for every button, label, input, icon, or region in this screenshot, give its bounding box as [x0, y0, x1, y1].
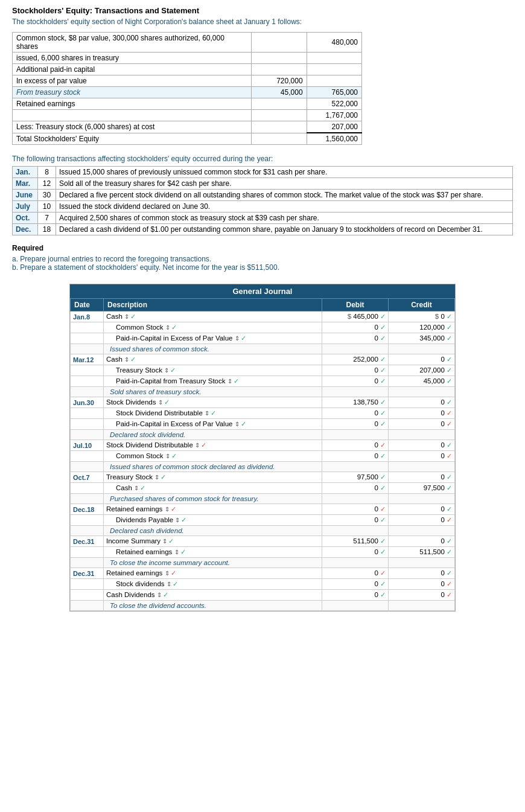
sort-icon[interactable]: ⇕	[165, 324, 170, 331]
credit-check-red[interactable]: ✓	[447, 409, 452, 417]
debit-check-green[interactable]: ✓	[380, 591, 386, 598]
debit-check-green[interactable]: ✓	[380, 398, 386, 406]
journal-credit: 0 ✓	[389, 536, 455, 547]
transactions-intro: The following transactions affecting sto…	[12, 155, 513, 163]
sort-icon[interactable]: ⇕	[124, 356, 129, 363]
sort-icon[interactable]: ⇕	[162, 538, 167, 545]
check-green-icon[interactable]: ✓	[181, 516, 186, 524]
sort-icon[interactable]: ⇕	[165, 506, 170, 513]
debit-check-green[interactable]: ✓	[380, 377, 386, 385]
journal-credit: 0 ✓	[389, 590, 455, 601]
debit-check-green[interactable]: ✓	[380, 313, 386, 320]
debit-check-green[interactable]: ✓	[380, 516, 386, 523]
journal-credit: 0 ✓	[389, 354, 455, 365]
check-green-icon[interactable]: ✓	[234, 377, 239, 385]
credit-check-green[interactable]: ✓	[447, 356, 452, 363]
sort-icon[interactable]: ⇕	[165, 453, 170, 459]
check-green-icon[interactable]: ✓	[171, 324, 177, 331]
journal-desc: Declared stock dividend.	[104, 430, 322, 440]
debit-check-green[interactable]: ✓	[380, 356, 386, 363]
sort-icon[interactable]: ⇕	[228, 378, 232, 385]
journal-date	[71, 376, 104, 387]
debit-check-green[interactable]: ✓	[380, 366, 386, 374]
sort-icon[interactable]: ⇕	[158, 399, 163, 406]
credit-check-green[interactable]: ✓	[447, 366, 452, 374]
sort-icon[interactable]: ⇕	[175, 517, 180, 523]
sort-icon[interactable]: ⇕	[154, 474, 159, 481]
credit-check-green[interactable]: ✓	[447, 334, 452, 342]
check-green-icon[interactable]: ✓	[130, 313, 136, 321]
check-green-icon[interactable]: ✓	[241, 334, 246, 342]
check-red-icon[interactable]: ✓	[171, 569, 176, 577]
check-green-icon[interactable]: ✓	[211, 409, 216, 417]
bs-label	[13, 110, 252, 121]
credit-check-green[interactable]: ✓	[447, 324, 452, 331]
journal-debit: 0 ✓	[322, 590, 389, 601]
journal-desc: Income Summary ⇕✓	[104, 536, 322, 547]
journal-date: Dec.31	[71, 536, 104, 547]
credit-check-green[interactable]: ✓	[447, 377, 452, 385]
sort-icon[interactable]: ⇕	[164, 367, 169, 374]
credit-check-green[interactable]: ✓	[447, 484, 452, 491]
bs-col1: 720,000	[252, 75, 307, 87]
check-green-icon[interactable]: ✓	[161, 473, 166, 481]
debit-check-green[interactable]: ✓	[380, 409, 386, 417]
check-red-icon[interactable]: ✓	[201, 441, 206, 449]
credit-check-green[interactable]: ✓	[447, 398, 452, 406]
sort-icon[interactable]: ⇕	[157, 592, 162, 598]
sort-icon[interactable]: ⇕	[167, 581, 171, 587]
credit-check-red[interactable]: ✓	[447, 591, 452, 598]
debit-check-green[interactable]: ✓	[380, 537, 386, 545]
check-green-icon[interactable]: ✓	[164, 398, 170, 406]
debit-check-red[interactable]: ✓	[380, 505, 386, 513]
sort-icon[interactable]: ⇕	[165, 570, 170, 577]
check-green-icon[interactable]: ✓	[180, 548, 186, 556]
check-green-icon[interactable]: ✓	[241, 420, 246, 428]
sort-icon[interactable]: ⇕	[134, 485, 139, 491]
credit-check-red[interactable]: ✓	[447, 452, 452, 459]
journal-debit-empty	[322, 387, 389, 397]
credit-check-red[interactable]: ✓	[447, 516, 452, 523]
trans-day: 8	[38, 167, 56, 178]
credit-check-green[interactable]: ✓	[447, 441, 452, 449]
debit-check-green[interactable]: ✓	[380, 580, 386, 587]
debit-check-red[interactable]: ✓	[380, 441, 386, 449]
debit-check-green[interactable]: ✓	[380, 548, 386, 555]
sort-icon[interactable]: ⇕	[174, 549, 179, 555]
credit-check-green[interactable]: ✓	[447, 313, 452, 320]
credit-check-green[interactable]: ✓	[447, 569, 452, 577]
debit-check-green[interactable]: ✓	[380, 473, 386, 481]
journal-debit: 0 ✓	[322, 419, 389, 430]
sort-icon[interactable]: ⇕	[195, 442, 200, 449]
debit-check-green[interactable]: ✓	[380, 452, 386, 459]
debit-check-green[interactable]: ✓	[380, 324, 386, 331]
check-green-icon[interactable]: ✓	[168, 537, 174, 545]
journal-desc: Treasury Stock ⇕✓	[104, 365, 322, 376]
sort-icon[interactable]: ⇕	[205, 410, 209, 417]
credit-check-green[interactable]: ✓	[447, 537, 452, 545]
sort-icon[interactable]: ⇕	[124, 313, 129, 320]
credit-check-green[interactable]: ✓	[447, 548, 452, 555]
sort-icon[interactable]: ⇕	[235, 335, 240, 342]
check-green-icon[interactable]: ✓	[173, 580, 178, 588]
debit-check-red[interactable]: ✓	[380, 569, 386, 577]
check-red-icon[interactable]: ✓	[171, 505, 176, 513]
check-green-icon[interactable]: ✓	[171, 452, 177, 460]
journal-debit-empty	[322, 601, 389, 611]
journal-credit: 0 ✓	[389, 440, 455, 451]
sort-icon[interactable]: ⇕	[235, 421, 240, 427]
check-green-icon[interactable]: ✓	[130, 356, 136, 363]
credit-check-green[interactable]: ✓	[447, 473, 452, 481]
check-green-icon[interactable]: ✓	[170, 366, 176, 374]
journal-debit: 0 ✓	[322, 504, 389, 515]
check-green-icon[interactable]: ✓	[140, 484, 145, 492]
debit-check-green[interactable]: ✓	[380, 334, 386, 342]
debit-check-green[interactable]: ✓	[380, 420, 386, 427]
credit-check-red[interactable]: ✓	[447, 420, 452, 427]
credit-check-red[interactable]: ✓	[447, 580, 452, 587]
credit-check-green[interactable]: ✓	[447, 505, 452, 513]
debit-check-green[interactable]: ✓	[380, 484, 386, 491]
dollar-sign-credit: $	[435, 313, 441, 320]
trans-month: Dec.	[13, 224, 38, 235]
check-green-icon[interactable]: ✓	[163, 591, 168, 599]
